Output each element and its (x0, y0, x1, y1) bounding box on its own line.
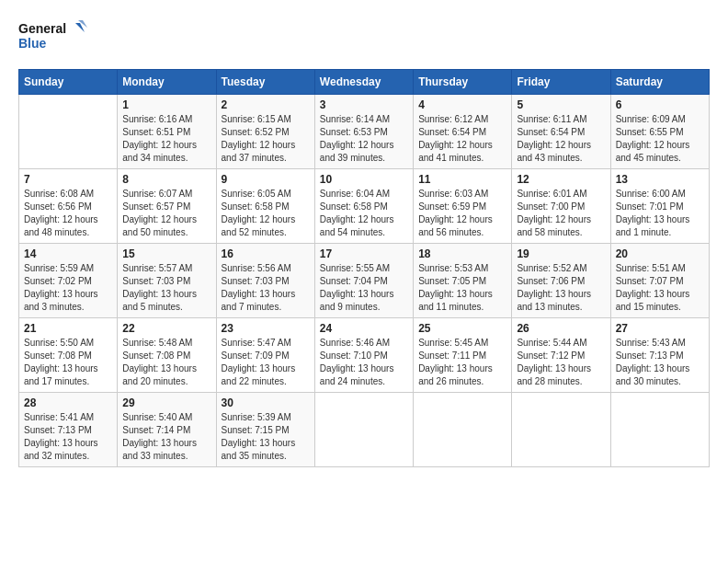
calendar-cell: 20Sunrise: 5:51 AMSunset: 7:07 PMDayligh… (610, 244, 709, 318)
weekday-row: SundayMondayTuesdayWednesdayThursdayFrid… (19, 70, 710, 95)
day-number: 14 (24, 247, 112, 260)
day-info: Sunrise: 5:43 AMSunset: 7:13 PMDaylight:… (616, 337, 704, 388)
day-info: Sunrise: 5:56 AMSunset: 7:03 PMDaylight:… (222, 262, 310, 314)
day-number: 21 (24, 322, 112, 335)
calendar-header: SundayMondayTuesdayWednesdayThursdayFrid… (19, 70, 710, 95)
day-number: 15 (122, 247, 210, 260)
logo: General Blue (18, 18, 92, 60)
calendar-table: SundayMondayTuesdayWednesdayThursdayFrid… (18, 69, 710, 467)
day-info: Sunrise: 5:50 AMSunset: 7:08 PMDaylight:… (24, 337, 112, 388)
day-number: 9 (222, 173, 310, 186)
day-number: 25 (418, 322, 506, 335)
calendar-cell: 10Sunrise: 6:04 AMSunset: 6:58 PMDayligh… (314, 169, 413, 244)
logo-svg: General Blue (18, 18, 92, 60)
svg-text:General: General (18, 21, 66, 36)
day-number: 24 (320, 322, 408, 335)
day-info: Sunrise: 5:40 AMSunset: 7:14 PMDaylight:… (122, 411, 210, 463)
day-number: 27 (616, 322, 704, 335)
calendar-cell: 12Sunrise: 6:01 AMSunset: 7:00 PMDayligh… (512, 169, 610, 244)
calendar-cell: 15Sunrise: 5:57 AMSunset: 7:03 PMDayligh… (118, 244, 216, 318)
calendar-cell: 3Sunrise: 6:14 AMSunset: 6:53 PMDaylight… (314, 95, 413, 169)
day-info: Sunrise: 6:04 AMSunset: 6:58 PMDaylight:… (320, 188, 408, 239)
day-number: 4 (418, 98, 506, 111)
calendar-cell (314, 393, 413, 467)
calendar-cell: 2Sunrise: 6:15 AMSunset: 6:52 PMDaylight… (216, 95, 314, 169)
day-info: Sunrise: 6:09 AMSunset: 6:55 PMDaylight:… (616, 113, 704, 165)
calendar-cell: 25Sunrise: 5:45 AMSunset: 7:11 PMDayligh… (414, 318, 512, 393)
calendar-cell: 4Sunrise: 6:12 AMSunset: 6:54 PMDaylight… (414, 95, 512, 169)
day-number: 26 (517, 322, 605, 335)
day-info: Sunrise: 6:11 AMSunset: 6:54 PMDaylight:… (517, 113, 605, 165)
page-header: General Blue (18, 18, 710, 60)
day-info: Sunrise: 5:46 AMSunset: 7:10 PMDaylight:… (320, 337, 408, 388)
day-number: 29 (122, 396, 210, 409)
day-number: 3 (320, 98, 408, 111)
calendar-cell: 21Sunrise: 5:50 AMSunset: 7:08 PMDayligh… (19, 318, 118, 393)
calendar-cell (610, 393, 709, 467)
day-number: 10 (320, 173, 408, 186)
calendar-cell (512, 393, 610, 467)
day-number: 8 (122, 173, 210, 186)
weekday-header-saturday: Saturday (610, 70, 709, 95)
day-number: 20 (616, 247, 704, 260)
day-info: Sunrise: 5:45 AMSunset: 7:11 PMDaylight:… (418, 337, 506, 388)
day-info: Sunrise: 6:01 AMSunset: 7:00 PMDaylight:… (517, 188, 605, 239)
day-info: Sunrise: 6:14 AMSunset: 6:53 PMDaylight:… (320, 113, 408, 165)
day-info: Sunrise: 6:08 AMSunset: 6:56 PMDaylight:… (24, 188, 112, 239)
calendar-cell: 19Sunrise: 5:52 AMSunset: 7:06 PMDayligh… (512, 244, 610, 318)
day-number: 28 (24, 396, 112, 409)
day-info: Sunrise: 5:48 AMSunset: 7:08 PMDaylight:… (122, 337, 210, 388)
weekday-header-tuesday: Tuesday (216, 70, 314, 95)
day-number: 1 (122, 98, 210, 111)
calendar-cell: 8Sunrise: 6:07 AMSunset: 6:57 PMDaylight… (118, 169, 216, 244)
weekday-header-thursday: Thursday (414, 70, 512, 95)
day-info: Sunrise: 5:53 AMSunset: 7:05 PMDaylight:… (418, 262, 506, 314)
calendar-cell: 24Sunrise: 5:46 AMSunset: 7:10 PMDayligh… (314, 318, 413, 393)
calendar-cell: 9Sunrise: 6:05 AMSunset: 6:58 PMDaylight… (216, 169, 314, 244)
day-number: 23 (222, 322, 310, 335)
calendar-cell: 5Sunrise: 6:11 AMSunset: 6:54 PMDaylight… (512, 95, 610, 169)
day-info: Sunrise: 5:41 AMSunset: 7:13 PMDaylight:… (24, 411, 112, 463)
day-number: 5 (517, 98, 605, 111)
day-number: 11 (418, 173, 506, 186)
day-info: Sunrise: 6:05 AMSunset: 6:58 PMDaylight:… (222, 188, 310, 239)
day-number: 16 (222, 247, 310, 260)
day-number: 13 (616, 173, 704, 186)
calendar-cell: 18Sunrise: 5:53 AMSunset: 7:05 PMDayligh… (414, 244, 512, 318)
day-info: Sunrise: 5:52 AMSunset: 7:06 PMDaylight:… (517, 262, 605, 314)
calendar-cell: 17Sunrise: 5:55 AMSunset: 7:04 PMDayligh… (314, 244, 413, 318)
calendar-week-5: 28Sunrise: 5:41 AMSunset: 7:13 PMDayligh… (19, 393, 710, 467)
day-info: Sunrise: 5:47 AMSunset: 7:09 PMDaylight:… (222, 337, 310, 388)
calendar-cell: 13Sunrise: 6:00 AMSunset: 7:01 PMDayligh… (610, 169, 709, 244)
calendar-body: 1Sunrise: 6:16 AMSunset: 6:51 PMDaylight… (19, 95, 710, 467)
day-info: Sunrise: 6:03 AMSunset: 6:59 PMDaylight:… (418, 188, 506, 239)
day-info: Sunrise: 5:51 AMSunset: 7:07 PMDaylight:… (616, 262, 704, 314)
calendar-cell: 6Sunrise: 6:09 AMSunset: 6:55 PMDaylight… (610, 95, 709, 169)
day-number: 22 (122, 322, 210, 335)
day-number: 19 (517, 247, 605, 260)
day-number: 7 (24, 173, 112, 186)
calendar-cell: 14Sunrise: 5:59 AMSunset: 7:02 PMDayligh… (19, 244, 118, 318)
day-info: Sunrise: 6:16 AMSunset: 6:51 PMDaylight:… (122, 113, 210, 165)
calendar-week-1: 1Sunrise: 6:16 AMSunset: 6:51 PMDaylight… (19, 95, 710, 169)
calendar-week-2: 7Sunrise: 6:08 AMSunset: 6:56 PMDaylight… (19, 169, 710, 244)
calendar-cell: 11Sunrise: 6:03 AMSunset: 6:59 PMDayligh… (414, 169, 512, 244)
day-info: Sunrise: 5:44 AMSunset: 7:12 PMDaylight:… (517, 337, 605, 388)
day-info: Sunrise: 6:07 AMSunset: 6:57 PMDaylight:… (122, 188, 210, 239)
weekday-header-monday: Monday (118, 70, 216, 95)
svg-marker-2 (75, 23, 85, 32)
calendar-cell: 22Sunrise: 5:48 AMSunset: 7:08 PMDayligh… (118, 318, 216, 393)
day-info: Sunrise: 6:15 AMSunset: 6:52 PMDaylight:… (222, 113, 310, 165)
day-number: 6 (616, 98, 704, 111)
day-number: 30 (222, 396, 310, 409)
day-info: Sunrise: 5:59 AMSunset: 7:02 PMDaylight:… (24, 262, 112, 314)
day-number: 18 (418, 247, 506, 260)
weekday-header-sunday: Sunday (19, 70, 118, 95)
day-info: Sunrise: 5:39 AMSunset: 7:15 PMDaylight:… (222, 411, 310, 463)
calendar-cell: 30Sunrise: 5:39 AMSunset: 7:15 PMDayligh… (216, 393, 314, 467)
calendar-cell: 23Sunrise: 5:47 AMSunset: 7:09 PMDayligh… (216, 318, 314, 393)
calendar-cell: 26Sunrise: 5:44 AMSunset: 7:12 PMDayligh… (512, 318, 610, 393)
weekday-header-friday: Friday (512, 70, 610, 95)
day-info: Sunrise: 6:12 AMSunset: 6:54 PMDaylight:… (418, 113, 506, 165)
calendar-cell: 7Sunrise: 6:08 AMSunset: 6:56 PMDaylight… (19, 169, 118, 244)
